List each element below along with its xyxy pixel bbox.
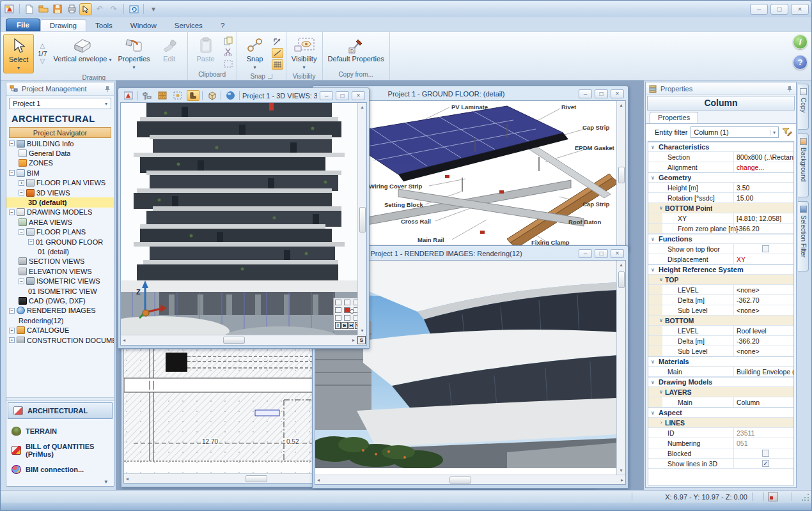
entity-filter-select[interactable]: Column (1) ▾ bbox=[691, 126, 779, 138]
tree-expander[interactable]: − bbox=[9, 141, 15, 146]
pin-icon[interactable] bbox=[104, 86, 111, 92]
tab-drawing[interactable]: Drawing bbox=[40, 19, 86, 31]
checkbox[interactable] bbox=[762, 245, 769, 252]
refresh-view-button[interactable] bbox=[127, 3, 140, 15]
property-row-top-level[interactable]: LEVEL<none> bbox=[648, 285, 793, 295]
view3d-titlebar[interactable]: Project 1 - 3D VIEWS: 3D (de... – □ × bbox=[120, 89, 367, 102]
snap-corner-icon[interactable] bbox=[272, 36, 283, 47]
property-row-rotation[interactable]: Rotation [°ssdc]15.00 bbox=[648, 193, 793, 203]
view3d-hscrollbar[interactable]: ◂ ▸ S bbox=[121, 335, 366, 345]
section-drawing-models[interactable]: ∨Drawing Models bbox=[648, 377, 793, 387]
sidebar-more-button[interactable]: ▾ bbox=[104, 478, 107, 485]
tree-item-building-info[interactable]: −BUILDING Info bbox=[6, 139, 114, 148]
tree-item-rendered-images[interactable]: −RENDERED IMAGES bbox=[6, 306, 114, 316]
property-row-id[interactable]: ID23511 bbox=[648, 428, 793, 438]
restore-button[interactable]: □ bbox=[595, 89, 608, 98]
minimize-button[interactable]: – bbox=[579, 249, 592, 258]
view3d-window[interactable]: Project 1 - 3D VIEWS: 3D (de... – □ × bbox=[118, 88, 370, 349]
open-folder-button[interactable] bbox=[37, 3, 50, 15]
model-box-icon[interactable] bbox=[205, 90, 218, 101]
tree-item-01-isometric-view[interactable]: 01 ISOMETRIC VIEW bbox=[6, 286, 114, 296]
scroll-left-arrow[interactable]: ◂ bbox=[315, 476, 322, 484]
property-row-material-main[interactable]: MainBuilding Envelope (def bbox=[648, 367, 793, 377]
pin-icon[interactable] bbox=[786, 86, 793, 92]
tree-item-01-detail[interactable]: 01 (detail) bbox=[6, 247, 114, 256]
default-properties-button[interactable]: D Default Properties bbox=[325, 34, 387, 70]
tree-item-01-ground-floor[interactable]: −01 GROUND FLOOR bbox=[6, 237, 114, 247]
vertical-envelope-button[interactable]: Vertical envelope ▾ bbox=[51, 34, 114, 73]
properties-button[interactable]: Properties▾ bbox=[115, 34, 152, 73]
redo-button[interactable]: ↷ bbox=[107, 3, 120, 15]
module-bill-of-quantities[interactable]: BILL of QUANTITIES (PriMus) bbox=[6, 442, 114, 459]
nav-cell[interactable] bbox=[344, 315, 350, 321]
print-button[interactable] bbox=[65, 3, 78, 15]
tree-item-area-views[interactable]: AREA VIEWS bbox=[6, 217, 114, 227]
s-button[interactable]: S bbox=[357, 336, 366, 344]
subsection-lines[interactable]: ›LINES bbox=[648, 418, 793, 428]
minimize-button[interactable]: – bbox=[579, 89, 592, 98]
module-architectural[interactable]: ARCHITECTURAL bbox=[8, 402, 113, 419]
minimize-button[interactable]: – bbox=[750, 4, 768, 15]
cut-icon[interactable] bbox=[223, 47, 234, 57]
tree-expander[interactable]: − bbox=[19, 278, 24, 284]
ground-floor-vscrollbar[interactable]: ▴ bbox=[616, 101, 625, 246]
tree-expander[interactable]: − bbox=[28, 239, 34, 245]
property-row-show-lines-in-3d[interactable]: Show lines in 3D✓ bbox=[648, 459, 793, 469]
status-tool-icon[interactable] bbox=[768, 492, 778, 501]
section-aspect[interactable]: ∨Aspect bbox=[648, 408, 793, 418]
tab-background[interactable]: Background bbox=[798, 133, 809, 197]
scroll-right-arrow[interactable]: ▸ bbox=[350, 336, 357, 344]
section-characteristics[interactable]: ∨Characteristics bbox=[648, 142, 793, 152]
property-row-section[interactable]: Section800x800 (..\Rectang bbox=[648, 152, 793, 162]
tab-selection-filter[interactable]: Selection Filter bbox=[798, 201, 809, 271]
checkbox[interactable] bbox=[762, 450, 769, 457]
tree-item-drawing-models[interactable]: −DRAWING MODELS bbox=[6, 208, 114, 217]
more-commands-button[interactable]: ▾ bbox=[147, 3, 160, 15]
rendered-vscrollbar[interactable]: ▴ ▾ bbox=[616, 261, 625, 475]
close-button[interactable]: × bbox=[352, 91, 365, 100]
save-button[interactable] bbox=[51, 3, 64, 15]
scroll-up-arrow[interactable]: ▴ bbox=[359, 103, 365, 111]
scroll-left-arrow[interactable]: ◂ bbox=[124, 475, 130, 483]
floor-up-button[interactable]: △ bbox=[40, 43, 45, 49]
envelope-tool-icon[interactable] bbox=[187, 90, 199, 101]
property-row-show-on-top-floor[interactable]: Show on top floor bbox=[648, 244, 793, 254]
tree-item-elevation-views[interactable]: ELEVATION VIEWS bbox=[6, 266, 114, 276]
textures-icon[interactable] bbox=[156, 90, 169, 101]
render-sphere-icon[interactable] bbox=[224, 90, 237, 101]
tree-expander[interactable]: − bbox=[9, 210, 15, 215]
tab-help[interactable]: ? bbox=[212, 20, 233, 31]
scroll-down-arrow[interactable]: ▾ bbox=[618, 466, 624, 475]
floor-down-button[interactable]: ▽ bbox=[40, 58, 45, 65]
minimize-button[interactable]: – bbox=[320, 91, 333, 100]
module-terrain[interactable]: TERRAIN bbox=[6, 423, 114, 439]
select-tool-button[interactable] bbox=[79, 3, 92, 15]
property-row-layer-main[interactable]: MainColumn bbox=[648, 397, 793, 408]
property-row-bottom-sub-level[interactable]: Sub Level<none> bbox=[648, 346, 793, 356]
tree-expander[interactable]: − bbox=[9, 170, 15, 176]
info-button[interactable]: i bbox=[793, 34, 808, 49]
nav-cell[interactable] bbox=[344, 300, 350, 305]
property-row-bottom-level[interactable]: LEVELRoof level bbox=[648, 326, 793, 336]
tree-item-floor-plans[interactable]: −FLOOR PLANS bbox=[6, 227, 114, 237]
close-button[interactable]: × bbox=[611, 249, 624, 258]
scroll-down-arrow[interactable]: ▾ bbox=[359, 326, 365, 335]
tab-tools[interactable]: Tools bbox=[86, 20, 121, 31]
tree-item-3d-views[interactable]: −3D VIEWS bbox=[6, 188, 114, 197]
marquee-icon[interactable] bbox=[223, 59, 234, 69]
tree-expander[interactable]: + bbox=[9, 328, 15, 333]
floor-levels-icon[interactable] bbox=[141, 90, 153, 101]
subsection-layers[interactable]: ∨LAYERS bbox=[648, 387, 793, 397]
scroll-up-arrow[interactable]: ▴ bbox=[618, 261, 624, 269]
restore-button[interactable]: □ bbox=[595, 249, 608, 258]
snap-grid-toggle[interactable] bbox=[272, 59, 283, 70]
nav-cell[interactable] bbox=[335, 300, 341, 305]
close-button[interactable]: × bbox=[611, 89, 624, 98]
snap-line-toggle[interactable] bbox=[272, 48, 283, 58]
selection-marquee-icon[interactable] bbox=[171, 90, 184, 101]
scroll-right-arrow[interactable]: ▸ bbox=[619, 476, 625, 484]
tree-expander[interactable]: − bbox=[19, 229, 24, 235]
view3d-vscrollbar[interactable]: ▴ ▾ bbox=[357, 103, 366, 335]
module-bim-connection[interactable]: BIM connection... bbox=[6, 461, 114, 478]
resize-grip[interactable] bbox=[802, 493, 809, 501]
